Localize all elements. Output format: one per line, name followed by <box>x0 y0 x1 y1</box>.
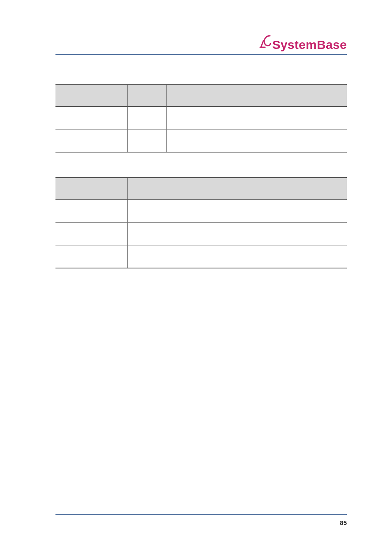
brand-name: SystemBase <box>272 38 347 52</box>
table-1-cell <box>166 106 347 130</box>
table-row <box>55 223 347 245</box>
table-2-cell <box>127 200 347 223</box>
table-2-cell <box>127 223 347 245</box>
table-2-header-row <box>55 178 347 200</box>
table-2-header-cell-2 <box>127 178 347 200</box>
table-2-header-cell-1 <box>55 178 127 200</box>
table-row <box>55 200 347 223</box>
table-2-cell <box>55 245 127 268</box>
table-row <box>55 130 347 153</box>
table-1-cell <box>55 106 127 130</box>
table-1-header-cell-1 <box>55 84 127 106</box>
header-rule <box>55 54 347 55</box>
table-row <box>55 245 347 268</box>
table-1-header-row <box>55 84 347 106</box>
footer-rule <box>55 514 347 515</box>
table-1-cell <box>127 130 166 153</box>
table-spacer <box>55 153 347 177</box>
table-2 <box>55 177 347 268</box>
table-2-cell <box>55 223 127 245</box>
header: SystemBase <box>55 35 347 52</box>
table-1-cell <box>127 106 166 130</box>
page: SystemBase <box>0 0 392 555</box>
table-row <box>55 106 347 130</box>
brand-logo: SystemBase <box>259 35 347 52</box>
page-number: 85 <box>55 519 347 526</box>
table-2-cell <box>127 245 347 268</box>
brand-logo-icon <box>259 35 272 49</box>
table-1-header-cell-3 <box>166 84 347 106</box>
table-1-cell <box>55 130 127 153</box>
footer: 85 <box>55 514 347 526</box>
table-1 <box>55 84 347 153</box>
table-1-header-cell-2 <box>127 84 166 106</box>
table-2-cell <box>55 200 127 223</box>
table-1-cell <box>166 130 347 153</box>
